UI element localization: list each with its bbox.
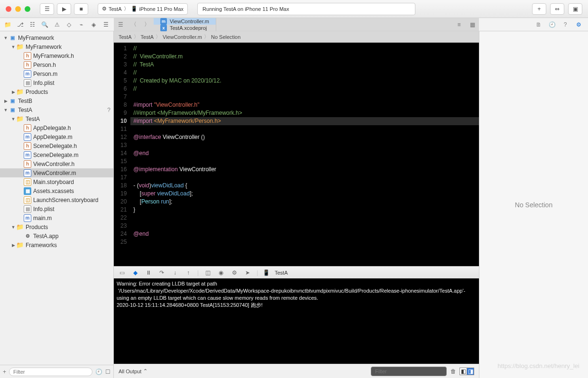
navigator-selector: 📁 ⎇ ☷ 🔍 ⚠ ◇ ⌁ ◈ ☰	[0, 18, 114, 31]
tree-item-label: ViewController.m	[33, 170, 76, 176]
tree-item[interactable]: mPerson.m	[0, 69, 113, 78]
editor-tab[interactable]: mViewController.m	[154, 18, 216, 25]
tree-item[interactable]: ⚙TestA.app	[0, 231, 113, 240]
tree-item[interactable]: mmain.m	[0, 213, 113, 222]
folder-icon: 📁	[16, 115, 24, 123]
disclosure-icon[interactable]: ▶	[10, 243, 16, 248]
tree-item[interactable]: ◫Main.storyboard	[0, 177, 113, 186]
forward-button[interactable]: 〉	[140, 18, 154, 31]
tree-item[interactable]: ▼📁Products	[0, 222, 113, 231]
breadcrumb-item[interactable]: TestA	[141, 34, 154, 40]
tree-item[interactable]: mViewController.m	[0, 168, 113, 177]
source-editor[interactable]: 1234567891011121314151617181920212223242…	[114, 43, 479, 266]
tree-item[interactable]: hSceneDelegate.h	[0, 141, 113, 150]
tree-item[interactable]: ▶📁Frameworks	[0, 240, 113, 249]
step-into-icon[interactable]: ↓	[171, 269, 179, 276]
toggle-navigator-button[interactable]: ☰	[40, 3, 54, 15]
disclosure-icon[interactable]: ▼	[10, 45, 16, 49]
tree-item[interactable]: mAppDelegate.m	[0, 132, 113, 141]
console-pane-toggle[interactable]: ◧◨	[460, 368, 474, 375]
disclosure-icon[interactable]: ▼	[3, 36, 9, 40]
file-tree[interactable]: ▼▣MyFramework▼📁MyFrameworkhMyFramework.h…	[0, 31, 113, 365]
debug-navigator-icon[interactable]: ⌁	[75, 18, 88, 31]
tree-item-label: Products	[26, 224, 48, 230]
adjust-editor-icon[interactable]: ▦	[466, 18, 479, 31]
report-navigator-icon[interactable]: ☰	[100, 18, 112, 31]
tree-item[interactable]: hMyFramework.h	[0, 51, 113, 60]
disclosure-icon[interactable]: ▼	[3, 108, 9, 112]
close-window-button[interactable]	[6, 6, 11, 12]
toggle-inspector-button[interactable]: ▣	[568, 3, 582, 15]
breadcrumb-item[interactable]: TestA	[119, 34, 132, 40]
navigator-filter-input[interactable]	[9, 368, 92, 376]
add-button[interactable]: +	[532, 3, 546, 15]
recent-filter-icon[interactable]: 🕘	[95, 369, 102, 375]
clear-console-icon[interactable]: 🗑	[450, 368, 456, 375]
tree-item[interactable]: ▤Info.plist	[0, 78, 113, 87]
breakpoint-navigator-icon[interactable]: ◈	[87, 18, 100, 31]
step-over-icon[interactable]: ↷	[157, 269, 166, 276]
console-filter-input[interactable]	[371, 367, 447, 376]
app-icon: ⚙︎	[102, 6, 107, 12]
debug-console[interactable]: Warning: Error creating LLDB target at p…	[114, 278, 479, 364]
issue-navigator-icon[interactable]: ⚠	[51, 18, 63, 31]
editor-options-icon[interactable]: ≡	[452, 18, 466, 31]
history-inspector-icon[interactable]: 🕘	[546, 21, 558, 28]
step-out-icon[interactable]: ↑	[184, 269, 193, 276]
line-gutter: 1234567891011121314151617181920212223242…	[114, 43, 130, 266]
attributes-inspector-icon[interactable]: ⚙	[573, 21, 584, 28]
tree-item[interactable]: ▼▣TestA?	[0, 105, 113, 114]
file-inspector-icon[interactable]: 🗎	[533, 21, 544, 28]
editor-tab[interactable]: xTestA.xcodeproj	[154, 25, 216, 31]
code-content[interactable]: //// ViewController.m// TestA//// Create…	[130, 43, 479, 266]
back-button[interactable]: 〈	[127, 18, 140, 31]
environment-icon[interactable]: ⚙	[230, 269, 239, 276]
file-icon: x	[160, 25, 167, 31]
project-navigator-icon[interactable]: 📁	[2, 18, 14, 31]
scheme-selector[interactable]: ⚙︎ TestA 〉 📱 iPhone 11 Pro Max	[98, 3, 188, 15]
tree-item[interactable]: hViewController.h	[0, 159, 113, 168]
breadcrumb-item[interactable]: No Selection	[211, 34, 240, 40]
location-icon[interactable]: ➤	[243, 269, 252, 276]
pause-icon[interactable]: ⏸	[144, 269, 153, 276]
memory-graph-icon[interactable]: ◉	[217, 269, 225, 276]
stop-button[interactable]: ■	[74, 3, 88, 15]
tree-item[interactable]: mSceneDelegate.m	[0, 150, 113, 159]
zoom-window-button[interactable]	[25, 6, 30, 12]
view-debug-icon[interactable]: ◫	[203, 269, 212, 276]
symbol-navigator-icon[interactable]: ☷	[27, 18, 39, 31]
hide-debug-icon[interactable]: ▭	[118, 269, 126, 276]
tree-item[interactable]: ▼📁MyFramework	[0, 42, 113, 51]
tree-item[interactable]: ▶📁Products	[0, 87, 113, 96]
code-review-button[interactable]: ⇔	[550, 3, 564, 15]
minimize-window-button[interactable]	[15, 6, 21, 12]
scm-filter-icon[interactable]: ☐	[105, 369, 110, 375]
tree-item[interactable]: hAppDelegate.h	[0, 123, 113, 132]
jump-bar[interactable]: TestA〉TestA〉ViewController.m〉No Selectio…	[114, 31, 479, 43]
tree-item-label: Frameworks	[26, 242, 57, 249]
tree-item[interactable]: ▦Assets.xcassets	[0, 186, 113, 195]
help-inspector-icon[interactable]: ?	[560, 21, 571, 28]
disclosure-icon[interactable]: ▼	[10, 117, 16, 121]
disclosure-icon[interactable]: ▼	[10, 225, 16, 230]
tree-item-label: Person.h	[33, 62, 56, 68]
disclosure-icon[interactable]: ▶	[3, 99, 9, 103]
source-control-navigator-icon[interactable]: ⎇	[14, 18, 27, 31]
test-navigator-icon[interactable]: ◇	[63, 18, 75, 31]
breakpoints-toggle-icon[interactable]: ◆	[131, 269, 139, 276]
console-output-selector[interactable]: All Output ⌃	[119, 368, 147, 374]
debug-target-label[interactable]: TestA	[275, 270, 288, 276]
tree-item[interactable]: ◫LaunchScreen.storyboard	[0, 195, 113, 204]
breadcrumb-item[interactable]: ViewController.m	[163, 34, 202, 40]
disclosure-icon[interactable]: ▶	[10, 90, 16, 94]
run-button[interactable]: ▶	[57, 3, 71, 15]
tree-item[interactable]: ▤Info.plist	[0, 204, 113, 213]
find-navigator-icon[interactable]: 🔍	[38, 18, 51, 31]
tree-item[interactable]: ▶▣TestB	[0, 96, 113, 105]
tree-item[interactable]: hPerson.h	[0, 60, 113, 69]
tree-item[interactable]: ▼📁TestA	[0, 114, 113, 123]
tree-item[interactable]: ▼▣MyFramework	[0, 33, 113, 42]
related-items-icon[interactable]: ☰	[114, 18, 127, 31]
status-text: Running TestA on iPhone 11 Pro Max	[202, 6, 289, 12]
add-file-icon[interactable]: +	[3, 369, 6, 375]
